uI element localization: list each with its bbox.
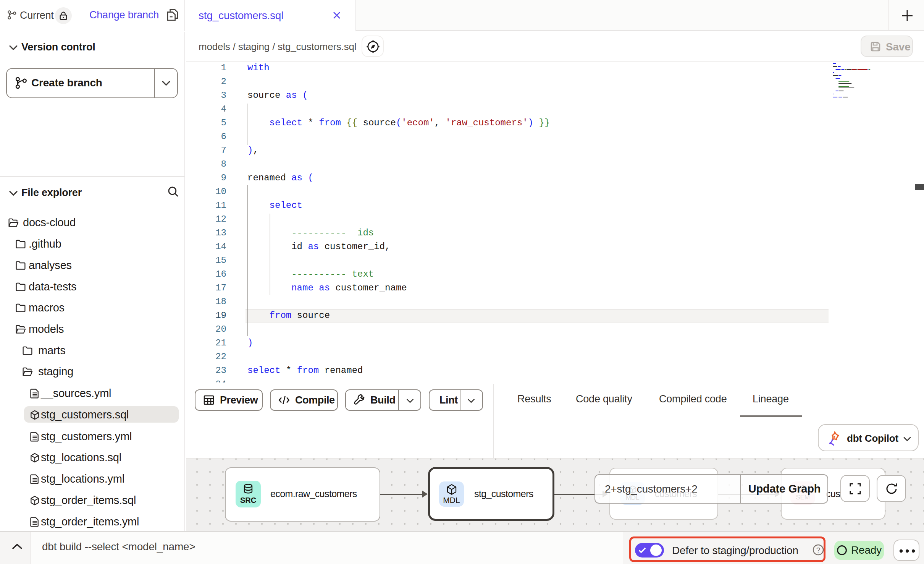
svg-text:?: ? [816, 546, 820, 554]
